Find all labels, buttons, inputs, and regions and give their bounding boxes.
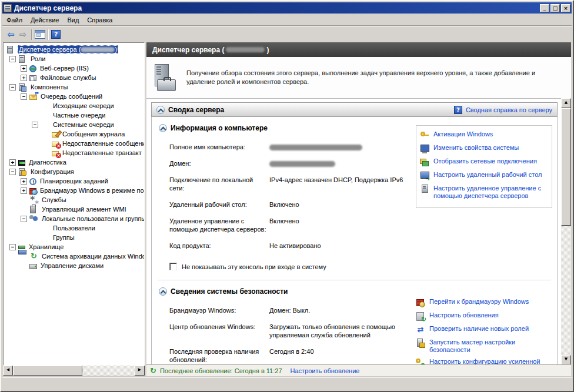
collapse-chevron-icon[interactable]: [159, 287, 167, 296]
task-link[interactable]: Настроить обновления: [416, 311, 552, 321]
back-arrow-icon[interactable]: ⇦: [5, 30, 17, 39]
console-window-icon[interactable]: [35, 30, 45, 39]
tree-item[interactable]: Службы: [4, 195, 144, 205]
tree-item[interactable]: Диспетчер сервера (): [4, 45, 144, 54]
security-info-header[interactable]: Сведения системы безопасности: [152, 280, 557, 298]
collapse-box-icon[interactable]: −: [9, 244, 16, 250]
collapse-box-icon[interactable]: −: [9, 84, 16, 91]
tree-item[interactable]: −Хранилище: [4, 242, 144, 252]
collapse-box-icon[interactable]: −: [9, 56, 16, 62]
info-field-row: Брандмауэр Windows:Домен: Выкл.: [169, 306, 422, 314]
task-link[interactable]: Перейти к брандмауэру Windows: [416, 298, 552, 307]
info-field-row: Удаленный рабочий стол:Включено: [169, 200, 422, 209]
task-link[interactable]: Изменить свойства системы: [420, 144, 549, 153]
menu-item-вид[interactable]: Вид: [63, 15, 83, 25]
task-link[interactable]: Отобразить сетевые подключения: [420, 158, 549, 167]
main-vertical-scrollbar[interactable]: ▲ ▼: [561, 98, 571, 365]
collapse-chevron-icon[interactable]: [159, 124, 167, 132]
tree-item[interactable]: −Роли: [4, 54, 144, 63]
menu-item-файл[interactable]: Файл: [2, 15, 26, 25]
server-summary-header[interactable]: Сводка сервера ? Сводная справка по серв…: [151, 102, 558, 117]
hide-console-checkbox-row[interactable]: Не показывать эту консоль при входе в си…: [169, 263, 557, 270]
tree-item[interactable]: +Брандмауэр Windows в режиме пов: [4, 186, 144, 195]
scrollbar-thumb[interactable]: [13, 366, 82, 376]
tree-item[interactable]: Управляющий элемент WMI: [4, 205, 144, 214]
server-summary-title: Сводка сервера: [168, 106, 454, 114]
tree-item[interactable]: Управление дисками: [4, 261, 144, 270]
hide-console-checkbox[interactable]: [169, 263, 177, 270]
task-link-label[interactable]: Проверить наличие новых ролей: [429, 325, 529, 334]
scroll-left-icon[interactable]: ◀: [3, 366, 13, 376]
task-link[interactable]: Настроить удаленный рабочий стол: [420, 171, 549, 180]
scrollbar-thumb[interactable]: [561, 108, 571, 226]
maximize-button[interactable]: □: [550, 4, 560, 12]
tree-item[interactable]: +Веб-сервер (IIS): [4, 63, 144, 73]
refresh2-icon: ⇄: [416, 325, 425, 334]
tree-item[interactable]: Пользователи: [4, 223, 144, 233]
minimize-button[interactable]: _: [540, 4, 549, 12]
tree-item[interactable]: Недоставленные транзакт: [4, 148, 144, 158]
scrollbar-track[interactable]: [82, 366, 135, 376]
collapse-box-icon[interactable]: −: [21, 216, 27, 222]
task-link-label[interactable]: Активация Windows: [433, 130, 493, 140]
field-value: [269, 143, 362, 151]
tree-item[interactable]: +Файловые службы: [4, 73, 144, 82]
scroll-up-icon[interactable]: ▲: [561, 98, 571, 108]
tree-item[interactable]: Частные очереди: [4, 110, 144, 120]
collapse-box-icon[interactable]: −: [9, 169, 16, 175]
configure-refresh-link[interactable]: Настроить обновление: [291, 367, 360, 374]
field-label: Удаленное управление с помощью диспетчер…: [169, 217, 269, 233]
tree-item[interactable]: −Локальные пользователи и группы: [4, 214, 144, 223]
tree-item[interactable]: Группы: [4, 233, 144, 242]
collapse-box-icon[interactable]: −: [32, 122, 38, 128]
tree-item[interactable]: −Очередь сообщений: [4, 92, 144, 101]
tree-item-label: Планировщик заданий: [39, 177, 109, 185]
task-link[interactable]: Активация Windows: [420, 130, 549, 140]
task-link-label[interactable]: Настроить удаленный рабочий стол: [433, 171, 542, 180]
expand-box-icon[interactable]: +: [21, 187, 27, 194]
tree-item[interactable]: Недоставленные сообщени: [4, 139, 144, 148]
help-icon[interactable]: ?: [51, 30, 61, 39]
scroll-down-icon[interactable]: ▼: [561, 355, 571, 365]
field-label: Удаленный рабочий стол:: [169, 200, 269, 209]
tree-item-label: Недоставленные транзакт: [61, 149, 143, 157]
task-link[interactable]: Настроить удаленное управление с помощью…: [420, 185, 549, 200]
task-link-label[interactable]: Настроить обновления: [429, 311, 499, 321]
tree-item[interactable]: +Планировщик заданий: [4, 176, 144, 186]
tree-item[interactable]: Исходящие очереди: [4, 101, 144, 110]
task-link-label[interactable]: Перейти к брандмауэру Windows: [429, 298, 529, 307]
scroll-right-icon[interactable]: ▶: [135, 366, 145, 376]
tree-item[interactable]: −Конфигурация: [4, 167, 144, 176]
expand-box-icon[interactable]: +: [21, 178, 27, 185]
task-link[interactable]: ⇄Проверить наличие новых ролей: [416, 325, 552, 334]
app-icon: [4, 4, 12, 12]
title-bar[interactable]: Диспетчер сервера _ □ ×: [2, 2, 572, 14]
collapse-chevron-icon[interactable]: [156, 106, 165, 114]
server-summary-help-link[interactable]: ? Сводная справка по серверу: [454, 106, 552, 114]
tree-item-label: Роли: [29, 55, 46, 63]
expand-box-icon[interactable]: +: [21, 75, 27, 81]
tree-horizontal-scrollbar[interactable]: ◀ ▶: [3, 366, 145, 376]
forward-arrow-icon[interactable]: ⇨: [17, 30, 29, 39]
task-link-label[interactable]: Запустить мастер настройки безопасности: [429, 339, 552, 354]
tree-item[interactable]: −Компоненты: [4, 82, 144, 92]
info-field-row: Последняя проверка наличия обновлений:Се…: [169, 347, 422, 364]
server-summary-body: Информация о компьютере Полное имя компь…: [151, 117, 558, 365]
tree-item-label: Частные очереди: [52, 111, 106, 119]
tree-item-label: Конфигурация: [29, 167, 75, 176]
tree-item[interactable]: +Диагностика: [4, 158, 144, 167]
menu-item-справка[interactable]: Справка: [83, 15, 116, 25]
task-link-label[interactable]: Изменить свойства системы: [433, 144, 519, 153]
tree-item-label: Компоненты: [29, 83, 69, 91]
menu-item-действие[interactable]: Действие: [26, 15, 63, 25]
field-label: Подключение по локальной сети:: [169, 176, 269, 192]
expand-box-icon[interactable]: +: [21, 65, 27, 72]
collapse-box-icon[interactable]: −: [21, 93, 27, 100]
task-link-label[interactable]: Настроить удаленное управление с помощью…: [433, 185, 549, 200]
expand-box-icon[interactable]: +: [9, 159, 16, 166]
tree-item[interactable]: Сообщения журнала: [4, 129, 144, 139]
tree-item[interactable]: −Системные очереди: [4, 120, 144, 129]
task-link[interactable]: Запустить мастер настройки безопасности: [416, 339, 552, 354]
task-link-label[interactable]: Отобразить сетевые подключения: [433, 158, 537, 167]
close-button[interactable]: ×: [561, 4, 570, 12]
